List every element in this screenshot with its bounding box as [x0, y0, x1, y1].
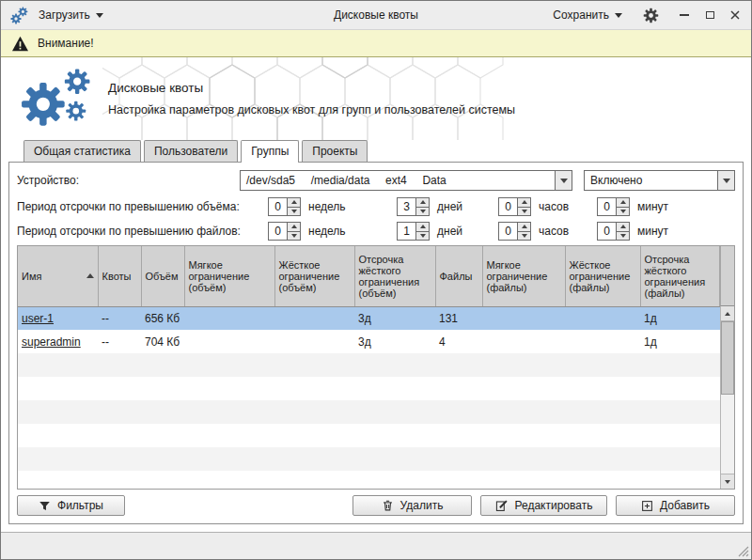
spin-up-icon[interactable] — [416, 198, 429, 208]
cell-soft-files — [482, 330, 565, 353]
maximize-button[interactable] — [703, 8, 716, 22]
scroll-up-icon[interactable] — [721, 306, 734, 321]
spin-down-icon[interactable] — [617, 232, 629, 241]
table-row[interactable]: user-1 -- 656 Кб 3д 131 1д — [18, 306, 720, 330]
column-header-soft-files[interactable]: Мягкое ограничение (файлы) — [482, 246, 565, 306]
page-title: Дисковые квоты — [108, 81, 515, 95]
empty-row — [18, 353, 720, 377]
grace-volume-label: Период отсрочки по превышению объёма: — [17, 200, 268, 213]
cell-grace-files: 1д — [640, 330, 720, 353]
files-hours-spinner[interactable]: 0 — [498, 222, 531, 241]
tab-general-statistics[interactable]: Общая статистика — [24, 140, 141, 162]
warning-icon — [11, 36, 29, 52]
column-header-grace-volume[interactable]: Отсрочка жёсткого ограничения (объём) — [354, 246, 435, 306]
delete-button[interactable]: Удалить — [352, 495, 472, 516]
column-header-quotas[interactable]: Квоты — [98, 246, 141, 306]
tab-bar: Общая статистика Пользователи Группы Про… — [1, 140, 751, 162]
spin-up-icon[interactable] — [288, 198, 300, 208]
spin-down-icon[interactable] — [416, 232, 429, 241]
scroll-down-icon[interactable] — [721, 474, 734, 489]
settings-gear-icon[interactable] — [643, 8, 659, 23]
spin-up-icon[interactable] — [416, 223, 429, 232]
spin-down-icon[interactable] — [416, 208, 429, 216]
spin-up-icon[interactable] — [617, 198, 629, 208]
header-text: Дисковые квоты Настройка параметров диск… — [108, 81, 515, 117]
cell-hard-files — [565, 306, 640, 330]
volume-hours-spinner[interactable]: 0 — [498, 197, 531, 216]
device-combobox-value: /dev/sda5 /media/data ext4 Data — [241, 171, 555, 190]
files-minutes-spinner[interactable]: 0 — [597, 222, 630, 241]
cell-grace-files: 1д — [640, 306, 720, 330]
quota-table: Имя Квоты Объём Мягкое ограничение (объё… — [18, 246, 720, 490]
maximize-icon — [706, 11, 714, 19]
row-link[interactable]: superadmin — [22, 335, 81, 349]
minutes-unit-label: минут — [637, 225, 668, 238]
action-button-row: Фильтры Удалить Редактировать Добавить — [17, 495, 735, 516]
column-header-hard-volume[interactable]: Жёсткое ограничение (объём) — [274, 246, 354, 306]
spinner-value[interactable]: 0 — [499, 198, 517, 215]
table-row[interactable]: superadmin -- 704 Кб 3д 4 1д — [18, 330, 720, 353]
module-gears-icon — [20, 68, 91, 130]
volume-days-spinner[interactable]: 3 — [397, 197, 430, 216]
tab-projects[interactable]: Проекты — [302, 140, 368, 162]
scrollbar-thumb[interactable] — [721, 321, 734, 395]
save-button[interactable]: Сохранить — [549, 7, 626, 23]
column-header-hard-files[interactable]: Жёсткое ограничение (файлы) — [565, 246, 640, 306]
filter-icon — [39, 500, 51, 512]
row-link[interactable]: user-1 — [22, 312, 54, 325]
edit-icon — [495, 499, 509, 512]
spinner-value[interactable]: 1 — [398, 223, 415, 240]
vertical-scrollbar[interactable] — [720, 306, 734, 489]
spinner-value[interactable]: 0 — [598, 198, 616, 215]
load-button[interactable]: Загрузить — [35, 7, 107, 23]
close-button[interactable] — [728, 8, 742, 22]
add-button[interactable]: Добавить — [616, 495, 735, 516]
quota-status-combobox[interactable]: Включено — [584, 170, 735, 191]
spinner-value[interactable]: 0 — [269, 198, 287, 215]
warning-banner: Внимание! — [1, 30, 751, 57]
spin-down-icon[interactable] — [518, 208, 530, 216]
spin-down-icon[interactable] — [288, 232, 300, 241]
volume-weeks-spinner[interactable]: 0 — [268, 197, 301, 216]
column-header-files[interactable]: Файлы — [435, 246, 482, 306]
spin-down-icon[interactable] — [617, 208, 629, 216]
spinner-value[interactable]: 0 — [269, 223, 287, 240]
chevron-down-icon[interactable] — [555, 171, 572, 190]
chevron-down-icon[interactable] — [717, 171, 734, 190]
edit-button-label: Редактировать — [515, 499, 593, 512]
spinner-value[interactable]: 3 — [398, 198, 415, 215]
spin-down-icon[interactable] — [518, 232, 530, 241]
spinner-value[interactable]: 0 — [499, 223, 517, 240]
edit-button[interactable]: Редактировать — [480, 495, 607, 516]
device-combobox[interactable]: /dev/sda5 /media/data ext4 Data — [240, 170, 572, 191]
cell-volume: 656 Кб — [141, 306, 184, 330]
column-header-soft-volume[interactable]: Мягкое ограничение (объём) — [184, 246, 274, 306]
tab-label: Проекты — [312, 145, 357, 158]
spinner-value[interactable]: 0 — [598, 223, 616, 240]
files-days-spinner[interactable]: 1 — [397, 222, 430, 241]
titlebar: Загрузить Дисковые квоты Сохранить — [1, 1, 751, 30]
volume-minutes-spinner[interactable]: 0 — [597, 197, 630, 216]
tab-users[interactable]: Пользователи — [144, 140, 238, 162]
spin-up-icon[interactable] — [518, 223, 530, 232]
device-row: Устройство: /dev/sda5 /media/data ext4 D… — [17, 170, 735, 191]
minimize-button[interactable] — [678, 8, 691, 22]
column-header-volume[interactable]: Объём — [141, 246, 184, 306]
tab-groups[interactable]: Группы — [241, 140, 299, 163]
spin-up-icon[interactable] — [288, 223, 300, 232]
resize-grip-icon[interactable] — [737, 545, 749, 557]
cell-hard-volume — [274, 306, 354, 330]
empty-row — [18, 471, 720, 490]
hours-unit-label: часов — [539, 200, 569, 213]
spin-up-icon[interactable] — [518, 198, 530, 208]
spin-up-icon[interactable] — [617, 223, 629, 232]
weeks-unit-label: недель — [308, 225, 346, 238]
filters-button[interactable]: Фильтры — [17, 495, 125, 516]
column-header-name[interactable]: Имя — [18, 246, 98, 306]
spin-down-icon[interactable] — [288, 208, 300, 216]
column-header-grace-files[interactable]: Отсрочка жёсткого ограничения (файлы) — [640, 246, 720, 306]
save-button-label: Сохранить — [553, 8, 609, 22]
app-window: Загрузить Дисковые квоты Сохранить — [0, 0, 752, 560]
files-weeks-spinner[interactable]: 0 — [268, 222, 301, 241]
quota-table-container: Имя Квоты Объём Мягкое ограничение (объё… — [17, 245, 735, 490]
